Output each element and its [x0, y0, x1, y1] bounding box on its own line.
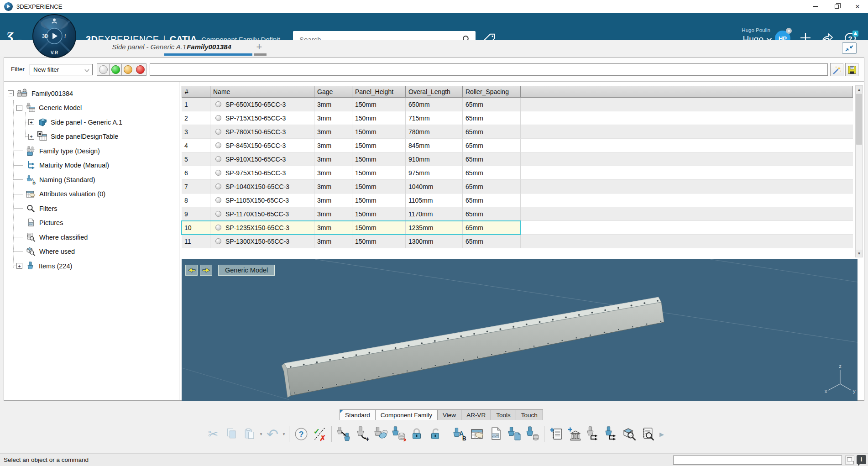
transfer-item-alt-button[interactable] [602, 424, 620, 444]
unlock-button[interactable] [426, 424, 444, 444]
table-vertical-scrollbar[interactable]: ▲ ▼ [855, 85, 863, 257]
where-classified-button[interactable] [638, 424, 657, 444]
copy-item-button[interactable] [505, 424, 523, 444]
tree-item-maturity-mode[interactable]: Maturity Mode (Manual) [4, 158, 179, 173]
save-filter-button[interactable] [845, 63, 858, 76]
filter-wizard-button[interactable] [830, 63, 843, 76]
ribbon-tab-view[interactable]: View [437, 409, 461, 420]
help-button[interactable]: ? [292, 424, 310, 444]
filter-dropdown[interactable]: New filter [30, 64, 93, 75]
ribbon-tab-component-family[interactable]: Component Family [375, 409, 438, 420]
close-button[interactable]: ✕ [847, 0, 868, 13]
cut-button[interactable]: ✂ [204, 424, 222, 444]
expander-expand-icon[interactable]: + [28, 134, 34, 140]
classify-item-button[interactable] [565, 424, 584, 444]
lock-button[interactable] [408, 424, 426, 444]
col-header-overal-length[interactable]: Overal_Length [406, 86, 463, 98]
tree-item-design-table[interactable]: + Side panelDesignTable [4, 130, 179, 144]
col-header-number[interactable]: # [182, 86, 210, 98]
table-row[interactable]: 8SP-1105X150-65CC-33mm150mm1105mm65mm [182, 194, 853, 207]
scroll-up-icon[interactable]: ▲ [856, 86, 863, 93]
tree-item-items[interactable]: + Items (224) [4, 259, 179, 273]
tab-side-panel[interactable]: Side panel - Generic A.1 [106, 40, 193, 53]
toolbar-more-icon[interactable]: ▶ [659, 431, 664, 438]
pictures-button[interactable] [486, 424, 505, 444]
svg-text:B: B [462, 435, 466, 442]
duplicate-item-button[interactable] [371, 424, 389, 444]
col-header-roller-spacing[interactable]: Roller_Spacing [463, 86, 521, 98]
paste-button[interactable] [241, 424, 259, 444]
tree-item-family-type[interactable]: Family type (Design) [4, 144, 179, 158]
col-header-name[interactable]: Name [210, 86, 314, 98]
ribbon-tab-ar-vr[interactable]: AR-VR [461, 409, 491, 420]
warning-badge-icon [852, 31, 858, 37]
maximize-button[interactable] [826, 0, 847, 13]
undo-button[interactable]: ↶ [263, 424, 282, 444]
tree-item-naming[interactable]: AB Naming (Standard) [4, 173, 179, 187]
undo-dropdown-icon[interactable]: ▾ [282, 432, 286, 436]
tree-item-filters[interactable]: Filters [4, 201, 179, 216]
col-header-panel-height[interactable]: Panel_Height [352, 86, 406, 98]
collapse-window-button[interactable] [842, 42, 857, 54]
check-analysis-button[interactable]: ✓ ✗ [310, 424, 329, 444]
tab-family001384[interactable]: Family001384 [183, 40, 235, 53]
instantiate-item-button[interactable] [523, 424, 541, 444]
tree-item-attributes-valuation[interactable]: Attributes valuation (0) [4, 187, 179, 202]
add-to-catalog-button[interactable] [547, 424, 565, 444]
col-header-gage[interactable]: Gage [314, 86, 352, 98]
info-bubble-icon[interactable]: i [857, 455, 866, 464]
transfer-item-button[interactable] [584, 424, 602, 444]
tree-item-side-panel[interactable]: + Side panel - Generic A.1 [4, 115, 179, 130]
table-row[interactable]: 11SP-1300X150-65CC-33mm150mm1300mm65mm [182, 235, 853, 248]
where-used-button[interactable] [620, 424, 638, 444]
table-row[interactable]: 2SP-715X150-65CC-33mm150mm715mm65mm [182, 111, 853, 125]
tree-item-family001384[interactable]: − Family001384 [4, 86, 179, 101]
3d-viewport[interactable]: z x y Generic Model [182, 259, 858, 401]
command-input[interactable] [673, 456, 842, 465]
table-row[interactable]: 9SP-1170X150-65CC-33mm150mm1170mm65mm [182, 207, 853, 221]
family-type-icon [26, 146, 36, 156]
previous-item-button[interactable] [185, 265, 198, 276]
tree-item-pictures[interactable]: Pictures [4, 216, 179, 230]
expander-expand-icon[interactable]: + [28, 119, 34, 125]
table-row[interactable]: 7SP-1040X150-65CC-33mm150mm1040mm65mm [182, 180, 853, 194]
ribbon-tab-standard[interactable]: Standard [340, 409, 376, 420]
tree-item-where-used[interactable]: Where used [4, 245, 179, 259]
minimize-button[interactable] [805, 0, 826, 13]
expander-expand-icon[interactable]: + [16, 263, 22, 269]
items-icon [25, 261, 36, 271]
filter-expression-input[interactable] [150, 63, 828, 76]
attributes-valuation-button[interactable] [468, 424, 486, 444]
delete-item-from-database-button[interactable]: ✕ [389, 424, 408, 444]
paste-dropdown-icon[interactable]: ▾ [259, 432, 263, 436]
dialog-toggle-icon[interactable] [845, 456, 854, 465]
led-red-button[interactable] [134, 63, 146, 76]
led-green-button[interactable] [109, 63, 122, 76]
new-tab-button[interactable]: + [250, 40, 268, 53]
status-bar: Select an object or a command i [0, 453, 868, 466]
part-icon [37, 117, 47, 127]
tree-item-generic-model[interactable]: − Generic Model [4, 101, 179, 115]
table-row[interactable]: 1SP-650X150-65CC-33mm150mm650mm65mm [182, 98, 853, 111]
add-item-button[interactable]: + [353, 424, 371, 444]
table-row-selected[interactable]: 10SP-1235X150-65CC-33mm150mm1235mm65mm [182, 221, 853, 235]
scrollbar-thumb[interactable] [856, 94, 862, 145]
ribbon-tab-tools[interactable]: Tools [491, 409, 516, 420]
table-row[interactable]: 6SP-975X150-65CC-33mm150mm975mm65mm [182, 166, 853, 180]
expander-collapse-icon[interactable]: − [8, 90, 14, 96]
insert-existing-item-button[interactable] [335, 424, 353, 444]
naming-button[interactable]: AB [450, 424, 468, 444]
viewport-model-label[interactable]: Generic Model [218, 265, 275, 276]
table-row[interactable]: 3SP-780X150-65CC-33mm150mm780mm65mm [182, 125, 853, 139]
next-item-button[interactable] [200, 265, 212, 276]
copy-button[interactable] [222, 424, 241, 444]
table-row[interactable]: 5SP-910X150-65CC-33mm150mm910mm65mm [182, 152, 853, 166]
tree-item-where-classified[interactable]: Where classified [4, 230, 179, 245]
expander-collapse-icon[interactable]: − [16, 105, 22, 111]
3dexperience-compass[interactable]: 3D i V.R [32, 14, 77, 58]
led-white-button[interactable] [97, 63, 110, 76]
led-amber-button[interactable] [121, 63, 134, 76]
ribbon-tab-touch[interactable]: Touch [516, 409, 543, 420]
scroll-down-icon[interactable]: ▼ [856, 250, 863, 257]
table-row[interactable]: 4SP-845X150-65CC-33mm150mm845mm65mm [182, 139, 853, 152]
